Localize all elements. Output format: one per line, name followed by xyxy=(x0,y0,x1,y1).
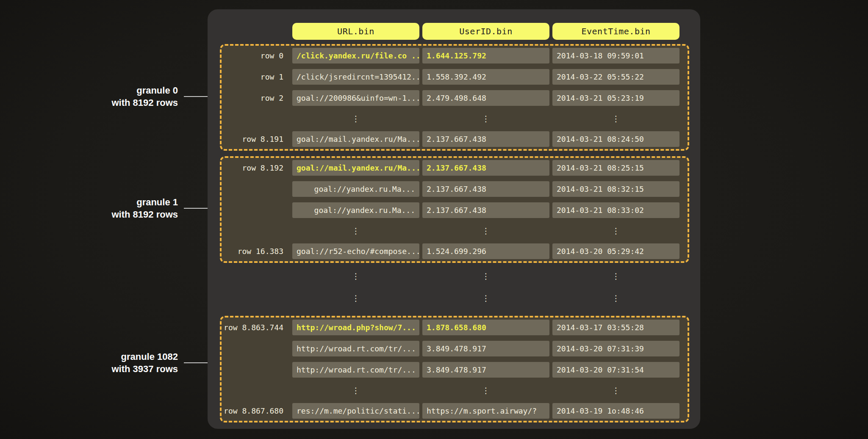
ellipsis-marker: ⋮ xyxy=(292,114,419,123)
table-row: http://wroad.rt.com/tr/... 3.849.478.917… xyxy=(222,341,688,356)
column-header-userid-bin: UserID.bin xyxy=(422,23,549,40)
eventtime-cell: 2014-03-21 05:23:19 xyxy=(552,90,679,106)
row-label: row 8.192 xyxy=(222,163,289,172)
userid-cell: 2.137.667.438 xyxy=(422,160,549,176)
ellipsis-marker: ⋮ xyxy=(422,386,549,395)
granule-1-box: row 8.192 goal://mail.yandex.ru/Ma... 2.… xyxy=(220,156,689,263)
userid-cell: 1.558.392.492 xyxy=(422,69,549,85)
granule-1082-label-line2: with 3937 rows xyxy=(59,363,178,375)
table-row: row 8.863.744 http://wroad.php?show/7...… xyxy=(222,320,688,335)
url-cell: goal://mail.yandex.ru/Ma... xyxy=(292,160,419,176)
ellipsis-marker: ⋮ xyxy=(552,293,679,303)
row-label: row 8.867.680 xyxy=(222,406,289,415)
column-header-url-bin: URL.bin xyxy=(292,23,419,40)
page-background: { "ellipsis": "⋮", "colors": { "page_bg"… xyxy=(0,0,868,439)
eventtime-cell: 2014-03-21 08:33:02 xyxy=(552,202,679,218)
granule-1-label: granule 1 with 8192 rows xyxy=(59,196,178,221)
skipped-granules-ellipsis-row: ⋮ ⋮ ⋮ xyxy=(222,269,700,283)
granule-1082-label: granule 1082 with 3937 rows xyxy=(59,351,178,375)
eventtime-cell: 2014-03-17 03:55:28 xyxy=(552,320,679,335)
row-label: row 2 xyxy=(222,94,289,102)
ellipsis-marker: ⋮ xyxy=(292,271,419,281)
ellipsis-marker: ⋮ xyxy=(292,226,419,235)
row-label: row 8.863.744 xyxy=(222,323,289,332)
row-label: row 1 xyxy=(222,72,289,81)
eventtime-cell: 2014-03-20 07:31:54 xyxy=(552,362,679,378)
userid-cell: 3.849.478.917 xyxy=(422,341,549,356)
url-cell: goal://yandex.ru.Ma... xyxy=(292,181,419,197)
url-cell: /click.yandex.ru/file.co ... xyxy=(292,48,419,64)
userid-cell: 2.137.667.438 xyxy=(422,131,549,147)
url-cell: /click/jsredircnt=1395412... xyxy=(292,69,419,85)
ellipsis-row: ⋮ ⋮ ⋮ xyxy=(222,383,688,398)
granule-1082-label-group: granule 1082 with 3937 rows xyxy=(59,351,215,375)
url-cell: goal://r52-echo/#compose... xyxy=(292,243,419,259)
table-row: goal://yandex.ru.Ma... 2.137.667.438 201… xyxy=(222,181,688,197)
eventtime-cell: 2014-03-19 1o:48:46 xyxy=(552,403,679,419)
table-row: http://wroad.rt.com/tr/... 3.849.478.917… xyxy=(222,362,688,378)
granule-0-label-line1: granule 0 xyxy=(59,84,178,97)
userid-cell: 2.137.667.438 xyxy=(422,202,549,218)
url-cell: http://wroad.php?show/7... xyxy=(292,320,419,335)
url-cell: goal://mail.yandex.ru/Ma... xyxy=(292,131,419,147)
table-row: row 16.383 goal://r52-echo/#compose... 1… xyxy=(222,243,688,259)
granule-0-label-line2: with 8192 rows xyxy=(59,97,178,109)
table-panel: URL.bin UserID.bin EventTime.bin row 0 /… xyxy=(208,9,700,429)
granule-0-box: row 0 /click.yandex.ru/file.co ... 1.644… xyxy=(220,44,689,151)
table-row: row 2 goal://200986&uinfo=wn-1... 2.479.… xyxy=(222,90,688,106)
eventtime-cell: 2014-03-21 08:32:15 xyxy=(552,181,679,197)
ellipsis-row: ⋮ ⋮ ⋮ xyxy=(222,111,688,126)
userid-cell: 1.878.658.680 xyxy=(422,320,549,335)
eventtime-cell: 2014-03-18 09:59:01 xyxy=(552,48,679,64)
eventtime-cell: 2014-03-21 08:24:50 xyxy=(552,131,679,147)
table-row: row 0 /click.yandex.ru/file.co ... 1.644… xyxy=(222,48,688,64)
ellipsis-marker: ⋮ xyxy=(422,293,549,303)
table-row: row 8.192 goal://mail.yandex.ru/Ma... 2.… xyxy=(222,160,688,176)
eventtime-cell: 2014-03-20 05:29:42 xyxy=(552,243,679,259)
ellipsis-marker: ⋮ xyxy=(552,114,679,123)
granule-1082-label-line1: granule 1082 xyxy=(59,351,178,363)
granule-1-label-line2: with 8192 rows xyxy=(59,208,178,221)
column-header-row: URL.bin UserID.bin EventTime.bin xyxy=(222,23,700,40)
eventtime-cell: 2014-03-21 08:25:15 xyxy=(552,160,679,176)
row-label: row 8.191 xyxy=(222,135,289,144)
granule-1-label-line1: granule 1 xyxy=(59,196,178,208)
row-label: row 16.383 xyxy=(222,247,289,256)
ellipsis-marker: ⋮ xyxy=(292,293,419,303)
url-cell: goal://200986&uinfo=wn-1... xyxy=(292,90,419,106)
ellipsis-marker: ⋮ xyxy=(552,271,679,281)
eventtime-cell: 2014-03-22 05:55:22 xyxy=(552,69,679,85)
userid-cell: 1.524.699.296 xyxy=(422,243,549,259)
userid-cell: https://m.sport.airway/? xyxy=(422,403,549,419)
skipped-granules-ellipsis-row: ⋮ ⋮ ⋮ xyxy=(222,291,700,305)
granule-0-label: granule 0 with 8192 rows xyxy=(59,84,178,109)
userid-cell: 2.479.498.648 xyxy=(422,90,549,106)
table-row: goal://yandex.ru.Ma... 2.137.667.438 201… xyxy=(222,202,688,218)
granule-0-label-group: granule 0 with 8192 rows xyxy=(59,84,215,109)
ellipsis-row: ⋮ ⋮ ⋮ xyxy=(222,224,688,238)
url-cell: goal://yandex.ru.Ma... xyxy=(292,202,419,218)
granule-1082-box: row 8.863.744 http://wroad.php?show/7...… xyxy=(220,316,689,422)
ellipsis-marker: ⋮ xyxy=(552,386,679,395)
url-cell: http://wroad.rt.com/tr/... xyxy=(292,362,419,378)
url-cell: res://m.me/politic/stati... xyxy=(292,403,419,419)
userid-cell: 2.137.667.438 xyxy=(422,181,549,197)
table-row: row 1 /click/jsredircnt=1395412... 1.558… xyxy=(222,69,688,85)
ellipsis-marker: ⋮ xyxy=(422,271,549,281)
ellipsis-marker: ⋮ xyxy=(422,114,549,123)
column-header-eventtime-bin: EventTime.bin xyxy=(552,23,679,40)
table-row: row 8.867.680 res://m.me/politic/stati..… xyxy=(222,403,688,419)
userid-cell: 1.644.125.792 xyxy=(422,48,549,64)
eventtime-cell: 2014-03-20 07:31:39 xyxy=(552,341,679,356)
ellipsis-marker: ⋮ xyxy=(292,386,419,395)
ellipsis-marker: ⋮ xyxy=(552,226,679,235)
ellipsis-marker: ⋮ xyxy=(422,226,549,235)
granule-1-label-group: granule 1 with 8192 rows xyxy=(59,196,215,221)
url-cell: http://wroad.rt.com/tr/... xyxy=(292,341,419,356)
row-label: row 0 xyxy=(222,51,289,60)
table-row: row 8.191 goal://mail.yandex.ru/Ma... 2.… xyxy=(222,131,688,147)
userid-cell: 3.849.478.917 xyxy=(422,362,549,378)
